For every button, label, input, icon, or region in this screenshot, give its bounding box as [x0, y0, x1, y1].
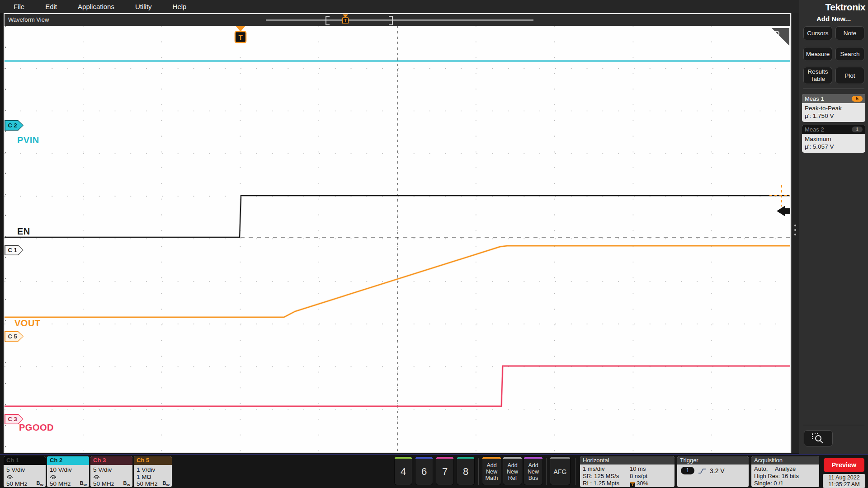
- label-vout: VOUT: [14, 318, 41, 328]
- probe-icon: [6, 474, 13, 479]
- timeline-trigger-icon[interactable]: T: [342, 14, 349, 25]
- trigger-marker-icon: [236, 26, 245, 32]
- add-new-ref-button[interactable]: Add New Ref: [503, 457, 522, 485]
- acquisition-badge[interactable]: Acquisition Auto,Analyze High Res: 16 bi…: [751, 456, 819, 487]
- waveform-plot: T: [5, 26, 790, 452]
- preview-button[interactable]: Preview: [824, 458, 864, 472]
- add-new-bus-button[interactable]: Add New Bus: [524, 457, 543, 485]
- add-new-title: Add New...: [799, 15, 868, 23]
- channel-badge-ch2[interactable]: Ch 2 10 V/div 50 MHz BW: [47, 456, 89, 487]
- bandwidth-limit-icon: BW: [162, 480, 170, 487]
- add-measure-button[interactable]: Measure: [803, 47, 832, 61]
- tekscope-app: File Edit Applications Utility Help Wave…: [0, 0, 868, 488]
- channel-7-button[interactable]: 7: [436, 457, 454, 485]
- meas2-source-badge: 1: [852, 127, 863, 132]
- zoom-selection-button[interactable]: [804, 430, 833, 446]
- add-new-math-button[interactable]: Add New Math: [482, 457, 501, 485]
- divider: [803, 425, 864, 425]
- divider: [546, 458, 547, 485]
- waveform-view-title: Waveform View: [8, 16, 49, 23]
- timeline-right-bracket[interactable]: [389, 16, 393, 25]
- probe-icon: [93, 474, 100, 479]
- meas1-value: µ': 1.750 V: [805, 112, 863, 120]
- meas2-type: Maximum: [805, 135, 863, 143]
- label-pvin: PVIN: [17, 135, 39, 145]
- meas1-title: Meas 1: [805, 95, 824, 102]
- channel-badge-ch3[interactable]: Ch 3 5 V/div 50 MHz BW: [90, 456, 132, 487]
- trigger-position-icon: T: [630, 482, 635, 487]
- meas1-source-badge: 5: [852, 96, 863, 102]
- channel-tag-c2[interactable]: C 2: [5, 120, 24, 131]
- trigger-source-badge: 1: [681, 467, 694, 474]
- meas2-title: Meas 2: [805, 126, 824, 133]
- timeline-left-bracket[interactable]: [326, 16, 330, 25]
- menu-applications[interactable]: Applications: [78, 3, 114, 10]
- channel-6-button[interactable]: 6: [415, 457, 433, 485]
- channel-tag-c5[interactable]: C 5: [5, 331, 24, 342]
- trigger-level: 3.2 V: [710, 467, 725, 474]
- channel-badge-ch5[interactable]: Ch 5 1 V/div 1 MΩ 50 MHz BW: [134, 456, 172, 487]
- rising-edge-icon: [698, 468, 706, 474]
- menu-edit[interactable]: Edit: [45, 3, 57, 10]
- add-note-button[interactable]: Note: [835, 26, 864, 40]
- add-cursors-button[interactable]: Cursors: [803, 26, 832, 40]
- date: 11 Aug 2022: [823, 474, 865, 481]
- meas2-value: µ': 5.057 V: [805, 143, 863, 150]
- acquisition-overview-timeline[interactable]: T: [266, 14, 533, 26]
- timeline-line: [266, 19, 533, 21]
- menu-file[interactable]: File: [14, 3, 24, 10]
- channel-4-button[interactable]: 4: [394, 457, 412, 485]
- box-zoom-icon: [804, 431, 832, 446]
- channel-8-button[interactable]: 8: [457, 457, 475, 485]
- waveform-view-header[interactable]: Waveform View T: [5, 14, 790, 26]
- right-panel: Tektronix Add New... Cursors Note Measur…: [799, 0, 868, 454]
- horizontal-badge[interactable]: Horizontal 1 ms/div10 ms SR: 125 MS/s8 n…: [580, 456, 675, 487]
- divider: [575, 458, 576, 485]
- trigger-level-arrow-icon: [777, 206, 790, 216]
- settings-bar: Ch 1 5 V/div 50 MHz BW Ch 2 10 V/div 50: [0, 454, 868, 488]
- probe-icon: [50, 474, 57, 479]
- afg-button[interactable]: AFG: [550, 457, 571, 485]
- label-en: EN: [17, 226, 30, 237]
- label-pgood: PGOOD: [19, 422, 54, 433]
- add-plot-button[interactable]: Plot: [835, 67, 864, 84]
- bandwidth-limit-icon: BW: [80, 480, 87, 487]
- svg-text:T: T: [238, 33, 242, 41]
- waveform-panel: Waveform View T T C 2 C 1: [4, 13, 791, 453]
- add-results-table-button[interactable]: Results Table: [803, 67, 832, 84]
- menu-bar: File Edit Applications Utility Help: [0, 0, 868, 13]
- splitter-handle-icon[interactable]: [794, 225, 797, 238]
- menu-help[interactable]: Help: [173, 3, 187, 10]
- menu-utility[interactable]: Utility: [135, 3, 152, 10]
- add-search-button[interactable]: Search: [835, 47, 864, 61]
- panel-splitter[interactable]: [791, 13, 800, 453]
- divider: [803, 89, 864, 89]
- trigger-badge[interactable]: Trigger 1 3.2 V: [677, 456, 749, 487]
- channel-tag-c1[interactable]: C 1: [5, 245, 24, 255]
- bandwidth-limit-icon: BW: [36, 480, 43, 487]
- datetime-badge[interactable]: 11 Aug 2022 11:35:27 AM: [823, 474, 865, 488]
- divider: [478, 458, 479, 485]
- graticule: T C 2 C 1 C 5 C 3 PVIN EN VOUT PGOOD: [5, 26, 790, 452]
- meas1-type: Peak-to-Peak: [805, 104, 863, 112]
- meas2-badge[interactable]: Meas 2 1 Maximum µ': 5.057 V: [802, 125, 865, 153]
- channel-badge-ch1[interactable]: Ch 1 5 V/div 50 MHz BW: [4, 456, 46, 487]
- tektronix-logo: Tektronix: [826, 2, 865, 13]
- bandwidth-limit-icon: BW: [123, 480, 130, 487]
- time: 11:35:27 AM: [823, 481, 865, 488]
- meas1-badge[interactable]: Meas 1 5 Peak-to-Peak µ': 1.750 V: [802, 94, 865, 122]
